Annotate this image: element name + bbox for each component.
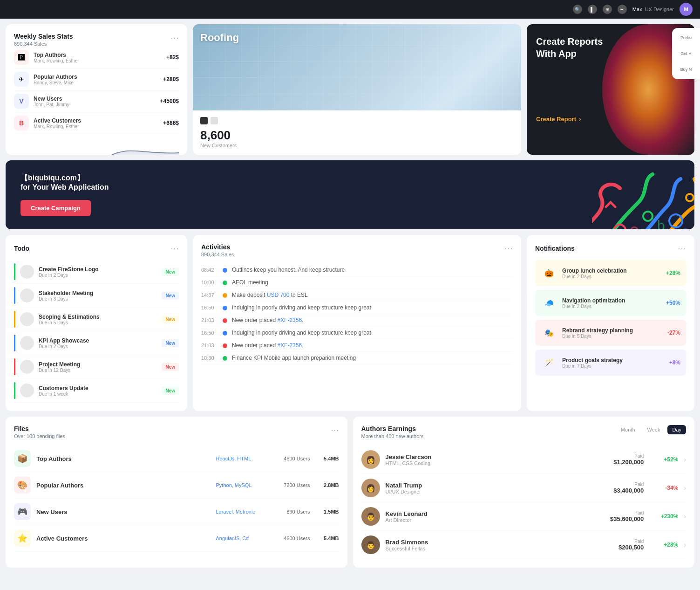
campaign-banner: 【biqubiqu.com】 for Your Web Application … [6,160,694,229]
author-info-4: Brad Simmons Successful Fellas [386,539,613,551]
author-avatar-4: 👨 [361,535,380,554]
period-tabs: Month Week Day [616,425,686,434]
activity-item-4: 16:50 Indulging in poorly driving and ke… [201,302,513,314]
todo-badge-2: New [162,292,179,300]
create-campaign-button[interactable]: Create Campaign [20,200,91,216]
todo-bar-2 [14,287,15,304]
author-change-3: +230% [655,513,678,520]
search-icon[interactable]: 🔍 [573,5,582,14]
author-arrow-1[interactable]: › [684,456,686,463]
earnings-header: Authors Earnings More than 400 new autho… [361,425,686,439]
campaign-text1: 【biqubiqu.com】 [20,173,680,183]
weekly-sales-menu[interactable]: ⋯ [170,33,179,43]
stat-item-2: ✈ Popular Authors Randy, Steve, Mike +28… [14,69,179,90]
battery-icon: ▌ [588,5,597,14]
todo-item-5: Project Meeting Due in 12 Days New [14,355,179,379]
notifications-title: Notifications [535,245,575,252]
todo-bar-4 [14,335,15,351]
todo-item-2: Stakeholder Meeting Due in 3 Days New [14,284,179,308]
author-arrow-3[interactable]: › [684,513,686,520]
svg-point-0 [614,225,625,229]
arrow-right-icon: › [579,116,581,123]
author-avatar-2: 👩 [361,479,380,497]
stat-text-popular: Popular Authors Randy, Steve, Mike [34,74,158,85]
notif-value-1: +28% [666,270,680,276]
stat-value-users: +4500$ [160,98,179,104]
todo-avatar-4 [20,336,34,350]
activity-item-2: 10:00 AEOL meeting [201,276,513,289]
activities-menu[interactable]: ⋯ [504,243,513,254]
activity-dot-5 [223,318,227,323]
activity-link-7[interactable]: #XF-2356 [277,342,302,349]
author-item-2: 👩 Natali Trump UI/UX Designer Paid $3,40… [361,474,686,502]
author-info-1: Jessie Clarcson HTML, CSS Coding [386,453,608,466]
stat-value-popular: +280$ [163,76,179,82]
notifications-header: Notifications ⋯ [535,243,686,254]
activity-link-3[interactable]: USD 700 [267,292,290,298]
stat-icon-users: V [14,94,29,109]
notif-icon-4: 🪄 [541,354,557,371]
stat-icon-customers: B [14,116,29,130]
user-info: Max UX Designer [632,7,674,12]
activity-dot-6 [223,331,227,336]
file-icon-4: ⭐ [14,530,31,547]
mini-label: New Customers [200,143,514,148]
file-item-2: 🎨 Popular Authors Python, MySQL 7200 Use… [14,472,339,499]
activity-dot-2 [223,281,227,285]
file-icon-3: 🎮 [14,503,31,520]
author-avatar-1: 👩 [361,450,380,469]
tab-day[interactable]: Day [667,425,686,434]
todo-text-3: Scoping & Estimations Due in 5 Days [39,314,157,325]
topbar: 🔍 ▌ ⊞ ☀ Max UX Designer M [0,0,700,19]
notifications-card: Notifications ⋯ 🎃 Group lunch celebratio… [527,235,694,411]
reports-title-line1: Create Reports [536,35,685,48]
stat-icon-popular: ✈ [14,72,29,87]
stat-value-customers: +686$ [163,120,179,126]
todo-badge-5: New [162,363,179,371]
files-card: Files Over 100 pending files ⋯ 📦 Top Aut… [6,417,347,568]
svg-text:0: 0 [629,223,639,229]
todo-avatar-3 [20,312,34,326]
todo-bar-6 [14,382,15,399]
notif-text-1: Group lunch celebration Due in 2 Days [562,268,661,279]
reports-card: Create Reports With App Create Report › [527,24,694,155]
weekly-sales-subtitle: 890,344 Sales [14,41,73,47]
user-avatar[interactable]: M [680,3,693,16]
tab-week[interactable]: Week [643,425,665,434]
stat-text-authors: Top Authors Mark, Rowling, Esther [34,52,162,63]
activity-link-5[interactable]: #XF-2356 [277,317,302,323]
todo-avatar-6 [20,384,34,398]
activity-item-1: 08:42 Outlines keep you honest. And keep… [201,264,513,276]
campaign-text2: for Your Web Application [20,183,680,192]
author-arrow-4[interactable]: › [684,541,686,549]
todo-menu[interactable]: ⋯ [170,243,179,254]
author-arrow-2[interactable]: › [684,484,686,492]
author-item-1: 👩 Jessie Clarcson HTML, CSS Coding Paid … [361,446,686,474]
notification-item-4: 🪄 Product goals strategy Due in 7 Days +… [535,350,686,376]
file-item-1: 📦 Top Authors ReactJs, HTML 4600 Users 5… [14,446,339,472]
settings-icon[interactable]: ☀ [618,5,627,14]
todo-header: Todo ⋯ [14,243,179,254]
files-menu[interactable]: ⋯ [331,425,339,435]
create-report-link[interactable]: Create Report › [536,116,685,123]
todo-text-6: Customers Update Due in 1 week [39,385,157,397]
grid-icon[interactable]: ⊞ [603,5,612,14]
notifications-menu[interactable]: ⋯ [678,243,686,254]
earnings-title-group: Authors Earnings More than 400 new autho… [361,425,424,439]
todo-text-2: Stakeholder Meeting Due in 3 Days [39,290,157,302]
notif-icon-2: 🧢 [541,295,557,311]
author-info-2: Natali Trump UI/UX Designer [386,482,608,494]
tab-month[interactable]: Month [616,425,640,434]
notification-item-1: 🎃 Group lunch celebration Due in 2 Days … [535,260,686,286]
author-change-4: +28% [655,542,678,548]
activity-dot-8 [223,356,227,361]
todo-badge-3: New [162,316,179,323]
mini-number: 8,600 [200,128,514,143]
author-change-2: -34% [655,485,678,491]
todo-badge-6: New [162,387,179,395]
activity-item-8: 10:30 Finance KPI Mobile app launch prep… [201,352,513,364]
svg-point-1 [643,212,652,221]
notif-text-2: Navigation optimization Due in 2 Days [562,297,661,309]
activity-item-7: 21:03 New order placed #XF-2356. [201,339,513,352]
roofing-grid-overlay [193,24,521,110]
